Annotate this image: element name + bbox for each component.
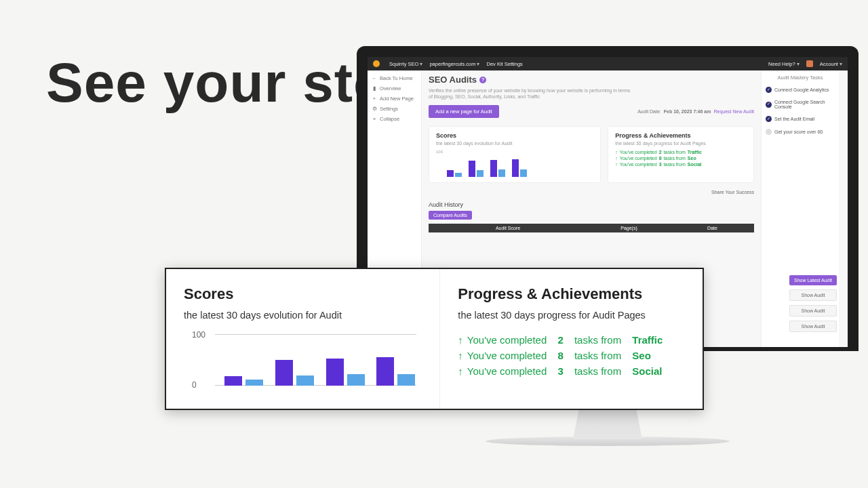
help-icon[interactable]: ? bbox=[479, 77, 486, 83]
show-audit-button[interactable]: Show Audit bbox=[789, 289, 837, 301]
compare-audits-button[interactable]: Compare Audits bbox=[429, 211, 472, 220]
mastery-task-label: Connect Google Analytics bbox=[774, 87, 829, 92]
mastery-title: Audit Mastery Tasks bbox=[766, 75, 835, 81]
col-audit-score: Audit Score bbox=[429, 224, 587, 232]
zoom-achievement-row: ↑You've completed 2 tasks from Traffic bbox=[458, 334, 685, 346]
y-tick-label: 100 bbox=[436, 150, 443, 154]
plus-icon: + bbox=[372, 96, 377, 102]
monitor-mockup: Squirrly SEO paperfingercuts.com Dev Kit… bbox=[357, 46, 859, 480]
col-date: Date bbox=[671, 224, 754, 232]
zoom-scores-chart: 100 0 bbox=[184, 334, 422, 395]
check-icon bbox=[766, 116, 772, 122]
arrow-up-icon: ↑ bbox=[615, 162, 618, 167]
y-tick-label: 100 bbox=[192, 330, 205, 340]
devkit-link[interactable]: Dev Kit Settings bbox=[487, 61, 523, 67]
mastery-task[interactable]: Set the Audit Email bbox=[766, 113, 835, 125]
back-icon: ← bbox=[372, 75, 377, 81]
check-icon bbox=[766, 87, 772, 93]
col-pages: Page(s) bbox=[587, 224, 671, 232]
zoom-achievement-row: ↑You've completed 3 tasks from Social bbox=[458, 365, 685, 377]
sidebar-item-label: Collapse bbox=[380, 116, 399, 122]
account-menu[interactable]: Account bbox=[820, 61, 842, 67]
mastery-task[interactable]: Connect Google Analytics bbox=[766, 83, 835, 96]
scores-sub: the latest 30 days evolution for Audit bbox=[436, 141, 593, 146]
zoom-progress-title: Progress & Achievements bbox=[458, 285, 685, 303]
scores-title: Scores bbox=[436, 132, 593, 139]
zoom-achievement-row: ↑You've completed 8 tasks from Seo bbox=[458, 350, 685, 361]
brand-menu[interactable]: Squirrly SEO bbox=[389, 61, 422, 67]
zoom-card: Scores the latest 30 days evolution for … bbox=[165, 268, 704, 410]
topbar: Squirrly SEO paperfingercuts.com Dev Kit… bbox=[368, 57, 848, 70]
sidebar-item-settings[interactable]: ⚙Settings bbox=[372, 104, 417, 114]
sidebar-item-label: Back To Home bbox=[380, 75, 413, 81]
progress-panel: Progress & Achievements the latest 30 da… bbox=[608, 126, 754, 183]
gear-icon: ⚙ bbox=[372, 106, 377, 112]
zoom-scores-panel: Scores the latest 30 days evolution for … bbox=[166, 269, 440, 409]
zoom-scores-sub: the latest 30 days evolution for Audit bbox=[184, 310, 422, 321]
arrow-up-icon: ↑ bbox=[615, 150, 618, 155]
sidebar-item-collapse[interactable]: «Collapse bbox=[372, 114, 417, 124]
add-page-button[interactable]: Add a new page for Audit bbox=[429, 105, 499, 118]
zoom-progress-sub: the latest 30 days progress for Audit Pa… bbox=[458, 310, 685, 321]
show-audit-column: Show Latest Audit Show Audit Show Audit … bbox=[789, 275, 837, 336]
mastery-task-label: Get your score over 60 bbox=[774, 129, 823, 134]
mastery-task[interactable]: Connect Google Search Console bbox=[766, 96, 835, 113]
mastery-task[interactable]: Get your score over 60 bbox=[766, 125, 835, 138]
page-subtitle: Verifies the online presence of your web… bbox=[429, 87, 632, 100]
achievement-row: ↑You've completed 3 tasks from Social bbox=[615, 162, 747, 167]
scores-mini-chart: 100 bbox=[436, 150, 593, 177]
avatar-icon bbox=[806, 60, 813, 67]
sidebar-item-add-page[interactable]: +Add New Page bbox=[372, 94, 417, 104]
zoom-progress-panel: Progress & Achievements the latest 30 da… bbox=[440, 269, 703, 409]
arrow-up-icon: ↑ bbox=[458, 334, 463, 346]
sidebar-item-overview[interactable]: ▮Overview bbox=[372, 83, 417, 94]
sidebar-item-back[interactable]: ←Back To Home bbox=[372, 73, 417, 83]
chart-icon: ▮ bbox=[372, 85, 377, 92]
show-audit-button[interactable]: Show Audit bbox=[789, 305, 837, 317]
history-table-header: Audit Score Page(s) Date bbox=[429, 224, 754, 232]
request-new-audit-link[interactable]: Request New Audit bbox=[713, 109, 754, 114]
sidebar-item-label: Add New Page bbox=[380, 96, 414, 102]
y-tick-label: 0 bbox=[192, 380, 197, 390]
site-menu[interactable]: paperfingercuts.com bbox=[429, 61, 479, 67]
sidebar-item-label: Settings bbox=[380, 106, 398, 112]
progress-title: Progress & Achievements bbox=[615, 132, 747, 139]
achievement-row: ↑You've completed 2 tasks from Traffic bbox=[615, 150, 747, 155]
history-title: Audit History bbox=[429, 201, 754, 208]
share-success-link[interactable]: Share Your Success bbox=[429, 190, 754, 195]
collapse-icon: « bbox=[372, 116, 377, 122]
brand-logo-icon bbox=[373, 60, 380, 67]
zoom-scores-title: Scores bbox=[184, 285, 422, 303]
mastery-task-label: Connect Google Search Console bbox=[774, 100, 835, 109]
scores-panel: Scores the latest 30 days evolution for … bbox=[429, 126, 601, 183]
progress-sub: the latest 30 days progress for Audit Pa… bbox=[615, 141, 747, 146]
page-title: SEO Audits? bbox=[429, 75, 754, 85]
unchecked-icon bbox=[766, 129, 772, 135]
show-latest-audit-button[interactable]: Show Latest Audit bbox=[789, 275, 837, 285]
arrow-up-icon: ↑ bbox=[458, 350, 463, 361]
achievement-row: ↑You've completed 8 tasks from Seo bbox=[615, 156, 747, 161]
arrow-up-icon: ↑ bbox=[458, 365, 463, 377]
help-menu[interactable]: Need Help? bbox=[768, 61, 800, 67]
arrow-up-icon: ↑ bbox=[615, 156, 618, 161]
mastery-task-label: Set the Audit Email bbox=[774, 117, 814, 121]
audit-meta: Audit Date: Feb 10, 2023 7:46 am Request… bbox=[637, 109, 754, 114]
check-icon bbox=[766, 102, 772, 108]
show-audit-button[interactable]: Show Audit bbox=[789, 321, 837, 332]
sidebar-item-label: Overview bbox=[380, 85, 401, 92]
